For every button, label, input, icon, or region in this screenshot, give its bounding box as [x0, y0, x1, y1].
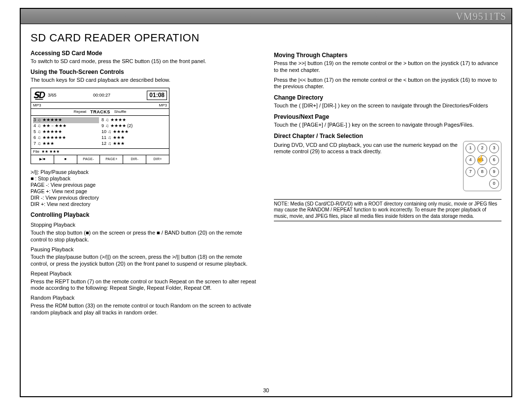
- track-row: 9♫★★★★ (2): [101, 123, 167, 129]
- elapsed-time: 00:00:27: [93, 93, 110, 98]
- device-stop-button: ■: [54, 155, 77, 164]
- legend-line: >/||: Play/Pause playback: [31, 169, 258, 175]
- device-mode-row: Repeat TRACKS Shuffle: [31, 109, 169, 116]
- page-title: SD CARD READER OPERATION: [31, 31, 258, 45]
- section-heading: Controlling Playback: [31, 211, 258, 219]
- section-heading: Using the Touch-Screen Controls: [31, 68, 258, 76]
- remote-keypad-illustration: 1 2 3 4 5☝ 6 7 8 9 0: [463, 141, 501, 191]
- section-heading: Direct Chapter / Track Selection: [274, 133, 501, 140]
- section-heading: Change Directory: [274, 94, 501, 102]
- body-text: To switch to SD card mode, press the SRC…: [31, 58, 258, 65]
- keypad-key: 0: [489, 179, 499, 189]
- keypad-key: 7: [466, 167, 475, 177]
- track-row: 10♫★★★★: [101, 129, 167, 135]
- sub-heading: Stopping Playback: [31, 222, 258, 229]
- header-bar: VM9511TS: [21, 9, 511, 24]
- section-heading: Accessing SD Card Mode: [31, 50, 258, 57]
- pointer-hand-icon: ☝: [476, 155, 484, 164]
- body-text: Press the |<< button (17) on the remote …: [274, 77, 501, 91]
- device-screen-illustration: S͟D 3/65 00:00:27 01:08 MP3 MP3 Repeat T…: [31, 88, 169, 164]
- track-row: 4♫★★－★★★: [33, 123, 99, 129]
- track-row: 5♫★★★★★: [33, 129, 99, 135]
- mode-repeat: Repeat: [73, 109, 86, 115]
- device-page-minus-button: PAGE-: [77, 155, 100, 164]
- section-heading: Moving Through Chapters: [274, 52, 501, 59]
- track-row: 7♫★★★: [33, 141, 99, 147]
- device-page-plus-button: PAGE+: [100, 155, 123, 164]
- sub-heading: Pausing Playback: [31, 246, 258, 253]
- legend-line: ■ : Stop playback: [31, 175, 258, 182]
- content-columns: SD CARD READER OPERATION Accessing SD Ca…: [21, 24, 511, 319]
- body-text: Touch the play/pause button (>/||) on th…: [31, 254, 258, 268]
- body-text: Touch the stop button (■) on the screen …: [31, 230, 258, 243]
- track-row: 12♫★★★: [101, 141, 167, 147]
- sub-heading: Repeat Playback: [31, 271, 258, 277]
- device-dir-minus-button: DIR-: [123, 155, 146, 164]
- device-dir-plus-button: DIR+: [146, 155, 169, 164]
- body-text: Press the >>| button (19) on the remote …: [274, 60, 501, 74]
- track-counter: 3/65: [48, 93, 57, 98]
- track-row: 6♫★★★★★★: [33, 135, 99, 141]
- mode-shuffle: Shuffle: [114, 109, 127, 115]
- model-label: VM9511TS: [456, 9, 506, 24]
- format-left: MP3: [33, 103, 41, 108]
- device-file-bar: File ★★ ★★★: [31, 148, 169, 155]
- sub-heading: Random Playback: [31, 295, 258, 302]
- legend-line: DIR -: View previous directory: [31, 195, 258, 201]
- legend-line: PAGE -: View previous page: [31, 182, 258, 188]
- track-row: 11♫★★★: [101, 135, 167, 141]
- device-legend: >/||: Play/Pause playback ■ : Stop playb…: [31, 169, 258, 208]
- legend-line: PAGE +: View next page: [31, 188, 258, 195]
- page-frame: VM9511TS SD CARD READER OPERATION Access…: [20, 8, 512, 397]
- left-column: SD CARD READER OPERATION Accessing SD Ca…: [31, 29, 258, 319]
- track-row: 8♫★★★★: [101, 117, 167, 123]
- body-text: Touch the ( [DIR+] / [DIR-] ) key on the…: [274, 103, 501, 109]
- device-format-row: MP3 MP3: [31, 102, 169, 109]
- device-top-row: S͟D 3/65 00:00:27 01:08: [31, 88, 169, 102]
- keypad-key: 9: [489, 167, 499, 177]
- clock-display: 01:08: [147, 91, 167, 100]
- track-row: 3♫★★★★★: [33, 117, 99, 123]
- body-text: Press the REPT button (7) on the remote …: [31, 278, 258, 292]
- keypad-key: 2: [477, 143, 487, 153]
- keypad-key: 8: [477, 167, 487, 177]
- device-button-row: ▶/■ ■ PAGE- PAGE+ DIR- DIR+: [31, 155, 169, 164]
- sd-logo-icon: S͟D: [33, 90, 45, 101]
- note-box: NOTE: Media (SD Card/CD-R/DVD) with a RO…: [274, 199, 501, 222]
- page-number: 30: [21, 387, 511, 393]
- legend-line: DIR +: View next directory: [31, 201, 258, 207]
- mode-tracks: TRACKS: [90, 109, 110, 115]
- format-right: MP3: [159, 103, 167, 108]
- body-text: Touch the ( [PAGE+] / [PAGE-] ) key on t…: [274, 122, 501, 129]
- body-text: The touch keys for SD card playback are …: [31, 77, 258, 84]
- body-text: Press the RDM button (33) on the remote …: [31, 303, 258, 316]
- keypad-key: 6: [489, 155, 499, 165]
- right-column: Moving Through Chapters Press the >>| bu…: [274, 29, 501, 319]
- device-track-list: 3♫★★★★★ 4♫★★－★★★ 5♫★★★★★ 6♫★★★★★★ 7♫★★★ …: [31, 116, 169, 148]
- keypad-key: 4: [466, 155, 475, 165]
- section-heading: Previous/Next Page: [274, 113, 501, 121]
- keypad-key: 3: [489, 143, 499, 153]
- keypad-key: 1: [466, 143, 475, 153]
- device-play-pause-button: ▶/■: [31, 155, 54, 164]
- keypad-key: 5☝: [477, 155, 487, 165]
